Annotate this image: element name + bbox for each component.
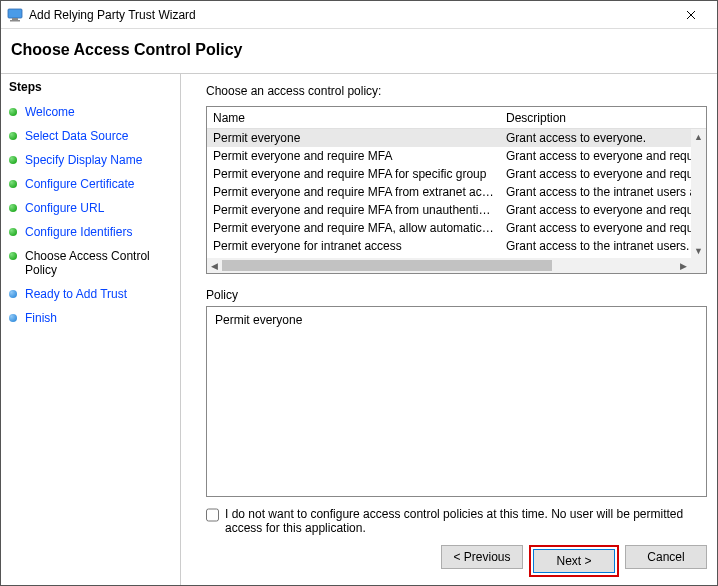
step-dot-icon: [9, 204, 17, 212]
policy-row[interactable]: Permit everyone and require MFA for spec…: [207, 165, 691, 183]
cancel-button[interactable]: Cancel: [625, 545, 707, 569]
step-label: Choose Access Control Policy: [25, 249, 172, 277]
wizard-buttons: < Previous Next > Cancel: [206, 543, 707, 577]
policy-name: Permit everyone and require MFA from una…: [207, 203, 500, 217]
step-label: Select Data Source: [25, 129, 128, 143]
step-item[interactable]: Ready to Add Trust: [1, 282, 180, 306]
policy-listbox: Name Description Permit everyoneGrant ac…: [206, 106, 707, 274]
listbox-header: Name Description: [207, 107, 706, 129]
step-item[interactable]: Welcome: [1, 100, 180, 124]
instruction-text: Choose an access control policy:: [206, 78, 707, 106]
policy-name: Permit everyone and require MFA from ext…: [207, 185, 500, 199]
step-dot-icon: [9, 252, 17, 260]
skip-policy-checkbox[interactable]: [206, 508, 219, 522]
horizontal-scrollbar[interactable]: ◀ ▶: [207, 258, 691, 273]
policy-description: Grant access to the intranet users an: [500, 185, 691, 199]
window-title: Add Relying Party Trust Wizard: [29, 8, 671, 22]
step-dot-icon: [9, 108, 17, 116]
content-area: Steps WelcomeSelect Data SourceSpecify D…: [1, 73, 717, 585]
step-dot-icon: [9, 180, 17, 188]
step-item[interactable]: Configure URL: [1, 196, 180, 220]
next-button-highlight: Next >: [529, 545, 619, 577]
policy-row[interactable]: Permit everyone and require MFA from una…: [207, 201, 691, 219]
policy-description: Grant access to everyone.: [500, 131, 691, 145]
policy-description: Grant access to the intranet users.: [500, 239, 691, 253]
step-label: Configure URL: [25, 201, 104, 215]
policy-name: Permit everyone and require MFA, allow a…: [207, 221, 500, 235]
step-label: Ready to Add Trust: [25, 287, 127, 301]
step-label: Finish: [25, 311, 57, 325]
policy-section-label: Policy: [206, 274, 707, 306]
svg-rect-2: [12, 18, 18, 20]
scroll-down-icon[interactable]: ▼: [691, 243, 706, 258]
policy-description: Grant access to everyone and requir: [500, 149, 691, 163]
policy-description: Grant access to everyone and requir: [500, 203, 691, 217]
step-dot-icon: [9, 290, 17, 298]
policy-row[interactable]: Permit everyone and require MFAGrant acc…: [207, 147, 691, 165]
step-item[interactable]: Specify Display Name: [1, 148, 180, 172]
scroll-left-icon[interactable]: ◀: [207, 258, 222, 273]
sidebar-title: Steps: [1, 78, 180, 100]
next-button[interactable]: Next >: [533, 549, 615, 573]
step-dot-icon: [9, 314, 17, 322]
step-item[interactable]: Configure Certificate: [1, 172, 180, 196]
policy-name: Permit everyone and require MFA for spec…: [207, 167, 500, 181]
step-label: Welcome: [25, 105, 75, 119]
previous-button[interactable]: < Previous: [441, 545, 523, 569]
policy-row[interactable]: Permit everyone for intranet accessGrant…: [207, 237, 691, 255]
policy-row[interactable]: Permit everyone and require MFA from ext…: [207, 183, 691, 201]
vertical-scrollbar[interactable]: ▲ ▼: [691, 129, 706, 258]
column-header-name[interactable]: Name: [207, 109, 500, 127]
scroll-right-icon[interactable]: ▶: [676, 258, 691, 273]
scroll-thumb[interactable]: [222, 260, 552, 271]
skip-policy-checkbox-row: I do not want to configure access contro…: [206, 497, 707, 543]
step-item[interactable]: Choose Access Control Policy: [1, 244, 180, 282]
app-icon: [7, 7, 23, 23]
policy-name: Permit everyone: [207, 131, 500, 145]
svg-rect-0: [8, 9, 22, 18]
policy-description: Grant access to everyone and requir: [500, 167, 691, 181]
step-item[interactable]: Finish: [1, 306, 180, 330]
policy-row[interactable]: Permit everyone and require MFA, allow a…: [207, 219, 691, 237]
step-item[interactable]: Select Data Source: [1, 124, 180, 148]
policy-name: Permit everyone for intranet access: [207, 239, 500, 253]
policy-details-box: Permit everyone: [206, 306, 707, 497]
column-header-description[interactable]: Description: [500, 109, 706, 127]
scroll-up-icon[interactable]: ▲: [691, 129, 706, 144]
scrollbar-corner: [691, 258, 706, 273]
main-panel: Choose an access control policy: Name De…: [181, 74, 717, 585]
step-dot-icon: [9, 132, 17, 140]
step-dot-icon: [9, 156, 17, 164]
listbox-body: Permit everyoneGrant access to everyone.…: [207, 129, 706, 273]
svg-rect-3: [10, 20, 20, 22]
step-item[interactable]: Configure Identifiers: [1, 220, 180, 244]
page-title: Choose Access Control Policy: [1, 29, 717, 73]
step-label: Configure Certificate: [25, 177, 134, 191]
steps-sidebar: Steps WelcomeSelect Data SourceSpecify D…: [1, 74, 181, 585]
close-icon[interactable]: [671, 1, 711, 28]
step-label: Specify Display Name: [25, 153, 142, 167]
step-label: Configure Identifiers: [25, 225, 132, 239]
policy-description: Grant access to everyone and requir: [500, 221, 691, 235]
policy-row[interactable]: Permit everyoneGrant access to everyone.: [207, 129, 691, 147]
step-dot-icon: [9, 228, 17, 236]
title-bar: Add Relying Party Trust Wizard: [1, 1, 717, 29]
skip-policy-label: I do not want to configure access contro…: [225, 507, 707, 535]
policy-name: Permit everyone and require MFA: [207, 149, 500, 163]
